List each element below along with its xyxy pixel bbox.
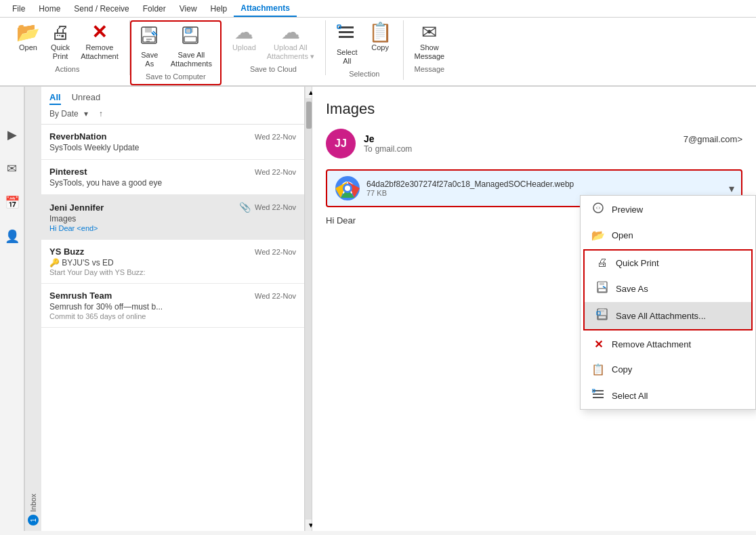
select-all-label: Select All [612, 391, 648, 401]
list-item[interactable]: Pinterest Wed 22-Nov SysTools, you have … [41, 160, 304, 195]
mail-icon[interactable]: ✉ [7, 161, 17, 176]
email-scrollbar[interactable]: ▲ ▼ [305, 87, 312, 531]
show-message-button[interactable]: ✉ Show Message [409, 20, 450, 64]
svg-rect-22 [598, 316, 606, 319]
sort-direction-icon[interactable]: ↑ [99, 109, 103, 119]
context-menu-preview[interactable]: Preview [581, 196, 755, 223]
context-menu: Preview 📂 Open 🖨 Quick Print Save As [580, 195, 756, 410]
attachment-expand-icon[interactable]: ▾ [729, 182, 734, 195]
email-list: All Unread By Date ▾ ↑ ReverbNation Wed … [41, 87, 305, 531]
save-all-label: Save All Attachments [171, 51, 212, 68]
remove-icon: ✕ [91, 23, 107, 42]
ribbon-group-save-to-cloud: ☁ Upload ☁ Upload All Attachments ▾ Save… [222, 20, 326, 75]
svg-rect-8 [339, 31, 354, 33]
open-button[interactable]: 📂 Open [11, 20, 45, 55]
save-as-button[interactable]: Save As [134, 23, 165, 71]
email-from-email: 7@gmail.com> [684, 134, 742, 144]
menu-send-receive[interactable]: Send / Receive [67, 1, 135, 16]
menu-home[interactable]: Home [32, 1, 67, 16]
sort-chevron-icon[interactable]: ▾ [84, 109, 88, 119]
scroll-thumb[interactable] [306, 102, 312, 129]
copy-button[interactable]: 📋 Copy [363, 20, 398, 55]
email-items: ReverbNation Wed 22-Nov SysTools Weekly … [41, 125, 304, 531]
list-item[interactable]: YS Buzz Wed 22-Nov 🔑 BYJU'S vs ED Start … [41, 240, 304, 284]
email-subject: Semrush for 30% off—must b... [49, 302, 296, 312]
menubar: File Home Send / Receive Folder View Hel… [0, 0, 756, 18]
svg-rect-25 [593, 393, 604, 395]
message-group-label: Message [415, 65, 445, 75]
inbox-badge: 1 [28, 515, 39, 526]
menu-view[interactable]: View [173, 1, 204, 16]
save-all-attachments-button[interactable]: Save All Attachments [165, 23, 217, 71]
quick-print-button[interactable]: 🖨 Quick Print [45, 20, 75, 64]
tab-unread[interactable]: Unread [72, 92, 101, 105]
menu-help[interactable]: Help [204, 1, 234, 16]
svg-point-14 [345, 186, 350, 191]
menu-file[interactable]: File [5, 1, 32, 16]
scroll-up-button[interactable]: ▲ [306, 87, 312, 99]
save-to-computer-label: Save to Computer [146, 72, 206, 83]
sort-label[interactable]: By Date [49, 109, 79, 119]
context-menu-save-as[interactable]: Save As [585, 275, 751, 302]
calendar-icon[interactable]: 📅 [5, 195, 20, 210]
select-all-button[interactable]: Select All [331, 20, 363, 68]
svg-rect-4 [186, 27, 193, 33]
list-item[interactable]: Semrush Team Wed 22-Nov Semrush for 30% … [41, 284, 304, 328]
email-date: Wed 22-Nov [255, 168, 296, 176]
open-folder-icon: 📂 [591, 229, 605, 242]
context-menu-open[interactable]: 📂 Open [581, 223, 755, 248]
email-subject: 🔑 BYJU'S vs ED [49, 258, 296, 268]
sort-bar: By Date ▾ ↑ [49, 109, 296, 119]
tab-all[interactable]: All [49, 92, 61, 105]
email-list-container: All Unread By Date ▾ ↑ ReverbNation Wed … [41, 87, 312, 531]
email-tabs: All Unread [49, 92, 296, 105]
list-item[interactable]: ReverbNation Wed 22-Nov SysTools Weekly … [41, 125, 304, 160]
context-menu-remove[interactable]: ✕ Remove Attachment [581, 332, 755, 357]
copy-label: Copy [371, 43, 389, 52]
sidebar-icons: ▶ ✉ 📅 👤 [0, 87, 24, 531]
upload-all-button[interactable]: ☁ Upload All Attachments ▾ [261, 20, 320, 64]
preview-label: Preview [612, 205, 643, 215]
quick-print-label: Quick Print [616, 258, 659, 268]
menu-folder[interactable]: Folder [136, 1, 173, 16]
ribbon-group-actions: 📂 Open 🖨 Quick Print ✕ Remove Attachment… [5, 20, 130, 75]
inbox-text: Inbox [29, 494, 37, 512]
email-to-label: To [364, 144, 373, 154]
save-as-icon [140, 26, 160, 49]
email-sender: Semrush Team [49, 291, 112, 301]
save-as-label: Save As [141, 51, 158, 68]
email-date: Wed 22-Nov [255, 133, 296, 141]
email-subject: Images [49, 214, 296, 223]
email-sender: Jeni Jennifer [49, 202, 104, 213]
save-as-menu-icon [595, 281, 609, 296]
inbox-label[interactable]: 1 Inbox [24, 87, 41, 531]
upload-icon: ☁ [234, 23, 253, 42]
select-all-icon [337, 23, 357, 47]
remove-menu-icon: ✕ [591, 338, 605, 351]
open-label: Open [612, 230, 633, 240]
people-icon[interactable]: 👤 [5, 229, 20, 244]
email-to-email: gmail.com [375, 144, 413, 154]
context-menu-select-all[interactable]: Select All [581, 382, 755, 409]
context-menu-copy[interactable]: 📋 Copy [581, 357, 755, 382]
print-menu-icon: 🖨 [595, 257, 609, 269]
scroll-down-button[interactable]: ▼ [306, 519, 312, 531]
attachment-icon: 📎 [239, 202, 251, 213]
remove-label: Remove Attachment [612, 339, 691, 349]
menu-attachments[interactable]: Attachments [234, 1, 297, 17]
save-all-icon [181, 26, 201, 49]
collapse-icon[interactable]: ▶ [7, 127, 17, 142]
show-message-label: Show Message [415, 43, 445, 61]
ribbon-group-save-to-computer: Save As Save All Attachments Save to Com… [130, 20, 222, 85]
svg-rect-9 [339, 36, 354, 38]
upload-label: Upload [232, 43, 256, 52]
remove-attachment-button[interactable]: ✕ Remove Attachment [75, 20, 124, 64]
list-item[interactable]: Jeni Jennifer 📎 Wed 22-Nov Images Hi Dea… [41, 195, 304, 240]
show-message-icon: ✉ [421, 23, 437, 42]
context-menu-quick-print[interactable]: 🖨 Quick Print [585, 251, 751, 275]
email-sender: ReverbNation [49, 131, 107, 142]
context-menu-save-all[interactable]: Save All Attachments... [585, 302, 751, 329]
email-preview: Start Your Day with YS Buzz: [49, 268, 296, 276]
scroll-track [306, 99, 312, 519]
upload-button[interactable]: ☁ Upload [227, 20, 261, 55]
